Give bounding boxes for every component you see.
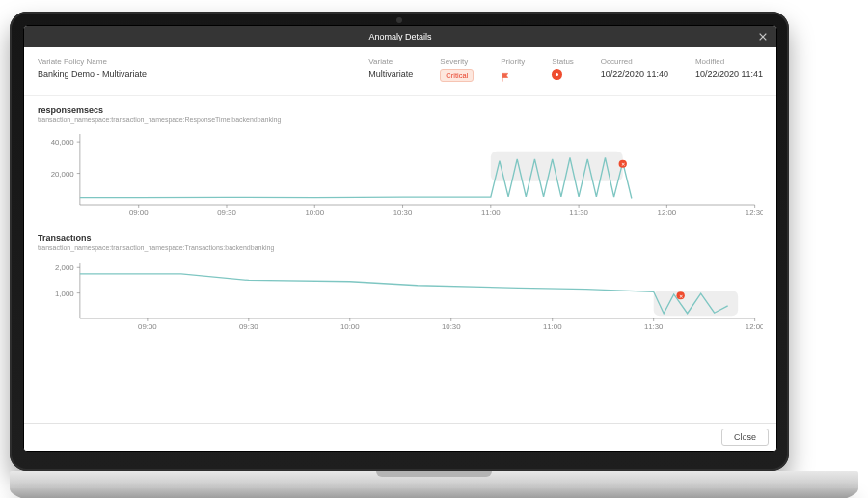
laptop-base-edge	[10, 488, 858, 498]
svg-rect-27	[654, 290, 738, 316]
chart-subtitle: transaction_namespace:transaction_namesp…	[38, 244, 763, 251]
laptop-base	[10, 471, 858, 488]
svg-text:10:30: 10:30	[393, 208, 413, 217]
modal-title: Anomaly Details	[368, 32, 431, 42]
chart-transactions: Transactions transaction_namespace:trans…	[24, 224, 776, 338]
svg-text:09:00: 09:00	[129, 208, 149, 217]
flag-icon	[501, 69, 525, 87]
svg-text:10:30: 10:30	[442, 322, 461, 331]
svg-text:09:00: 09:00	[138, 322, 157, 331]
svg-text:10:00: 10:00	[305, 208, 324, 217]
chart-canvas[interactable]: 1,0002,00009:0009:3010:0010:3011:0011:30…	[38, 257, 763, 334]
svg-text:12:00: 12:00	[746, 322, 763, 331]
chart-subtitle: transaction_namespace:transaction_namesp…	[38, 116, 763, 123]
chart-title: Transactions	[38, 234, 763, 243]
modal-footer: Close	[24, 423, 776, 451]
occurred-label: Occurred	[601, 57, 668, 67]
svg-text:20,000: 20,000	[51, 170, 74, 179]
svg-text:11:00: 11:00	[481, 208, 501, 217]
svg-text:11:00: 11:00	[543, 322, 562, 331]
svg-text:12:00: 12:00	[658, 208, 677, 217]
svg-text:✕: ✕	[621, 161, 625, 167]
svg-text:12:30: 12:30	[746, 208, 763, 217]
priority-label: Priority	[501, 57, 525, 67]
svg-text:09:30: 09:30	[217, 208, 236, 217]
svg-text:11:30: 11:30	[569, 208, 588, 217]
modal-titlebar: Anomaly Details	[24, 26, 776, 47]
variate-label: Variate	[368, 57, 413, 67]
severity-badge: Critical	[440, 69, 474, 82]
close-button[interactable]: Close	[721, 429, 769, 446]
occurred-value: 10/22/2020 11:40	[601, 69, 668, 80]
severity-label: Severity	[440, 57, 474, 67]
svg-text:11:30: 11:30	[644, 322, 664, 331]
svg-text:09:30: 09:30	[239, 322, 258, 331]
policy-name-value: Banking Demo - Multivariate	[38, 69, 341, 80]
chart-canvas[interactable]: 20,00040,00009:0009:3010:0010:3011:0011:…	[38, 128, 763, 220]
close-icon[interactable]	[755, 29, 771, 44]
svg-text:1,000: 1,000	[55, 290, 74, 298]
chart-title: responsemsecs	[38, 105, 763, 115]
svg-text:✕: ✕	[679, 293, 683, 299]
variate-value: Multivariate	[368, 69, 413, 80]
status-label: Status	[552, 57, 574, 67]
laptop-camera	[396, 17, 402, 23]
modified-value: 10/22/2020 11:41	[695, 69, 763, 80]
modified-label: Modified	[695, 57, 763, 67]
anomaly-meta-row: Variate Policy Name Banking Demo - Multi…	[24, 47, 776, 96]
svg-text:40,000: 40,000	[51, 138, 74, 147]
status-indicator-icon	[552, 69, 562, 80]
svg-text:2,000: 2,000	[55, 263, 74, 272]
policy-name-label: Variate Policy Name	[38, 57, 341, 67]
chart-responsemsecs: responsemsecs transaction_namespace:tran…	[24, 96, 776, 224]
svg-text:10:00: 10:00	[340, 322, 360, 331]
